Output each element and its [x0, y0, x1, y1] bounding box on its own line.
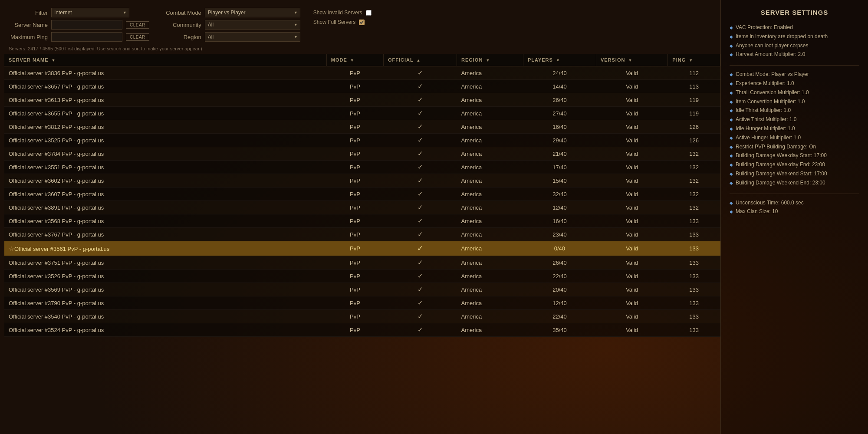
cell-region: America [457, 283, 523, 296]
cell-version: Valid [596, 270, 667, 283]
cell-region: America [457, 120, 523, 134]
th-version[interactable]: VERSION ▼ [596, 54, 667, 66]
community-select[interactable]: All Casual Hardcore RP [205, 20, 300, 30]
table-row[interactable]: Official server #3751 PvP - g-portal.us … [4, 256, 720, 270]
cell-official: ✓ [384, 270, 457, 283]
table-row[interactable]: Official server #3891 PvP - g-portal.us … [4, 201, 720, 214]
settings-item: ◆Item Convertion Multiplier: 1.0 [730, 97, 859, 106]
server-name-input[interactable] [51, 20, 122, 30]
max-ping-label: Maximum Ping [9, 34, 48, 40]
th-mode[interactable]: MODE ▼ [326, 54, 383, 66]
cell-official: ✓ [384, 228, 457, 241]
server-name-clear-button[interactable]: CLEAR [126, 21, 149, 29]
cell-ping: 133 [668, 241, 720, 256]
cell-players: 16/40 [523, 214, 596, 228]
region-select[interactable]: All America Europe Asia Oceania [205, 32, 300, 42]
th-players[interactable]: PLAYERS ▼ [523, 54, 596, 66]
filter-select[interactable]: Internet LAN Friends History Favorites [51, 8, 129, 17]
max-ping-input[interactable] [51, 32, 122, 42]
filter-row: Filter Internet LAN Friends History Favo… [9, 8, 149, 17]
th-region[interactable]: REGION ▼ [457, 54, 523, 66]
diamond-icon: ◆ [730, 126, 733, 132]
table-row[interactable]: Official server #3569 PvP - g-portal.us … [4, 283, 720, 296]
table-row[interactable]: Official server #3784 PvP - g-portal.us … [4, 147, 720, 161]
table-row[interactable]: Official server #3657 PvP - g-portal.us … [4, 80, 720, 93]
server-name-row: Server Name CLEAR [9, 20, 149, 30]
diamond-icon: ◆ [730, 200, 733, 206]
cell-server-name: Official server #3540 PvP - g-portal.us [4, 310, 326, 323]
cell-region: America [457, 80, 523, 93]
official-checkmark: ✓ [388, 299, 453, 307]
cell-version: Valid [596, 228, 667, 241]
cell-mode: PvP [326, 161, 383, 174]
settings-item: ◆Building Damage Weekend End: 23:00 [730, 178, 859, 187]
cell-ping: 132 [668, 161, 720, 174]
cell-official: ✓ [384, 134, 457, 147]
table-row[interactable]: ☆Official server #3561 PvP - g-portal.us… [4, 241, 720, 256]
th-ping[interactable]: PING ▼ [668, 54, 720, 66]
th-server-name[interactable]: SERVER NAME ▼ [4, 54, 326, 66]
community-row: Community All Casual Hardcore RP [162, 20, 300, 30]
combat-mode-row: Combat Mode Player vs Player Player vs E… [162, 8, 300, 17]
cell-players: 21/40 [523, 147, 596, 161]
cell-server-name: Official server #3655 PvP - g-portal.us [4, 107, 326, 120]
cell-mode: PvP [326, 120, 383, 134]
settings-item-text: Experience Multiplier: 1.0 [736, 80, 794, 87]
cell-ping: 119 [668, 93, 720, 107]
settings-title: SERVER SETTINGS [730, 9, 859, 16]
cell-region: America [457, 323, 523, 337]
table-row[interactable]: Official server #3613 PvP - g-portal.us … [4, 93, 720, 107]
max-ping-clear-button[interactable]: CLEAR [126, 33, 149, 41]
checkbox-group: Show Invalid Servers Show Full Servers [313, 8, 372, 25]
cell-server-name: Official server #3568 PvP - g-portal.us [4, 214, 326, 228]
settings-item: ◆Items in inventory are dropped on death [730, 32, 859, 41]
cell-version: Valid [596, 310, 667, 323]
table-row[interactable]: Official server #3526 PvP - g-portal.us … [4, 270, 720, 283]
show-full-checkbox[interactable] [359, 20, 365, 25]
official-checkmark: ✓ [388, 244, 453, 253]
table-row[interactable]: Official server #3607 PvP - g-portal.us … [4, 187, 720, 201]
diamond-icon: ◆ [730, 90, 733, 96]
cell-players: 23/40 [523, 228, 596, 241]
settings-item: ◆Idle Thirst Multiplier: 1.0 [730, 106, 859, 115]
cell-players: 17/40 [523, 161, 596, 174]
official-checkmark: ✓ [388, 123, 453, 131]
community-label: Community [162, 22, 201, 28]
settings-item-text: Idle Thirst Multiplier: 1.0 [736, 107, 791, 114]
cell-official: ✓ [384, 174, 457, 187]
table-row[interactable]: Official server #3790 PvP - g-portal.us … [4, 296, 720, 310]
official-checkmark: ✓ [388, 217, 453, 225]
region-row: Region All America Europe Asia Oceania [162, 32, 300, 42]
table-row[interactable]: Official server #3540 PvP - g-portal.us … [4, 310, 720, 323]
table-row[interactable]: Official server #3551 PvP - g-portal.us … [4, 161, 720, 174]
cell-version: Valid [596, 107, 667, 120]
cell-ping: 132 [668, 147, 720, 161]
show-invalid-checkbox[interactable] [366, 10, 372, 16]
combat-mode-select[interactable]: Player vs Player Player vs Environment A… [205, 8, 300, 17]
settings-item: ◆Restrict PVP Building Damage: On [730, 142, 859, 151]
table-row[interactable]: Official server #3568 PvP - g-portal.us … [4, 214, 720, 228]
server-table-wrapper[interactable]: SERVER NAME ▼ MODE ▼ OFFICIAL ▲ REGION [4, 54, 720, 434]
table-row[interactable]: Official server #3767 PvP - g-portal.us … [4, 228, 720, 241]
table-row[interactable]: Official server #3602 PvP - g-portal.us … [4, 174, 720, 187]
settings-item-text: Items in inventory are dropped on death [736, 33, 828, 40]
table-row[interactable]: Official server #3524 PvP - g-portal.us … [4, 323, 720, 337]
cell-mode: PvP [326, 283, 383, 296]
cell-mode: PvP [326, 214, 383, 228]
official-checkmark: ✓ [388, 150, 453, 158]
table-row[interactable]: Official server #3525 PvP - g-portal.us … [4, 134, 720, 147]
cell-server-name: Official server #3751 PvP - g-portal.us [4, 256, 326, 270]
settings-item: ◆VAC Protection: Enabled [730, 23, 859, 32]
table-row[interactable]: Official server #3836 PvP - g-portal.us … [4, 66, 720, 80]
th-official[interactable]: OFFICIAL ▲ [384, 54, 457, 66]
cell-server-name: Official server #3767 PvP - g-portal.us [4, 228, 326, 241]
cell-mode: PvP [326, 93, 383, 107]
cell-ping: 126 [668, 120, 720, 134]
table-row[interactable]: Official server #3812 PvP - g-portal.us … [4, 120, 720, 134]
cell-mode: PvP [326, 270, 383, 283]
cell-ping: 126 [668, 134, 720, 147]
settings-item-text: Combat Mode: Player vs Player [736, 71, 809, 78]
settings-divider-2 [730, 194, 859, 194]
table-row[interactable]: Official server #3655 PvP - g-portal.us … [4, 107, 720, 120]
settings-item-text: Active Hunger Multiplier: 1.0 [736, 134, 801, 141]
